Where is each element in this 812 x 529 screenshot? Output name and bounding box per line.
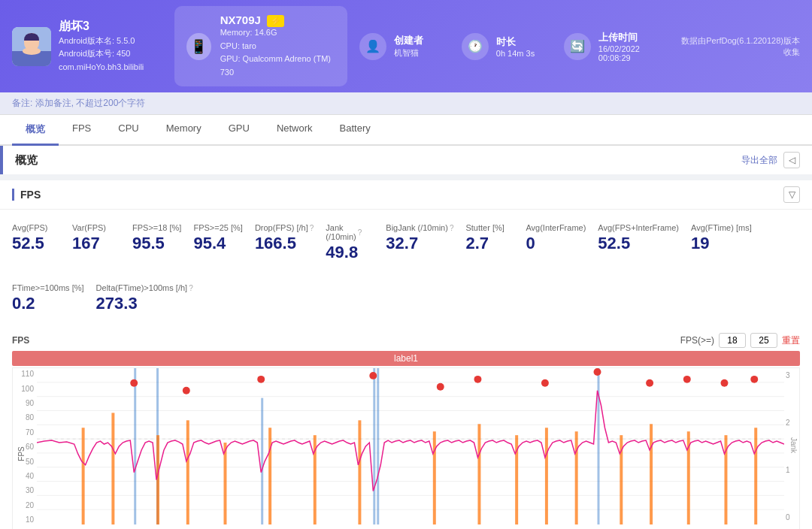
svg-rect-27 [268, 428, 271, 525]
jank-label-2: 2 [784, 419, 799, 427]
svg-point-48 [646, 379, 653, 387]
reset-button[interactable]: 重置 [782, 334, 800, 347]
y-label-70: 70 [13, 428, 37, 437]
fps-chart-area: 110 100 90 80 70 60 50 40 30 20 10 0 FPS [12, 367, 800, 529]
upload-stat: 🔄 上传时间 16/02/2022 00:08:29 [564, 31, 665, 62]
y-label-40: 40 [13, 472, 37, 480]
svg-rect-22 [82, 428, 85, 525]
svg-point-50 [721, 379, 729, 387]
metric-jank-value: 49.8 [326, 243, 358, 262]
tab-network[interactable]: Network [263, 115, 326, 146]
svg-rect-25 [186, 421, 189, 525]
upload-icon: 🔄 [564, 33, 591, 60]
fps-collapse-button[interactable]: ▽ [783, 186, 800, 203]
collapse-button[interactable]: ◁ [783, 152, 800, 168]
metric-var-fps-value: 167 [72, 234, 100, 253]
metric-bigjank-value: 32.7 [386, 234, 418, 253]
device-info: 📱 NX709J ⚡ Memory: 14.6G CPU: taro GPU: … [174, 6, 347, 86]
svg-rect-20 [377, 368, 379, 524]
app-package: com.miHoYo.bh3.bilibili [59, 61, 144, 74]
creator-details: 创建者 机智猫 [394, 34, 423, 59]
duration-stat: 🕐 时长 0h 14m 3s [462, 33, 552, 60]
svg-rect-36 [650, 425, 653, 525]
svg-point-51 [750, 376, 758, 383]
y-label-110: 110 [13, 370, 37, 378]
overview-section-header: 概览 导出全部 ◁ [0, 146, 812, 174]
metric-ftime100: FTime>=100ms [%] 0.2 [12, 279, 96, 318]
metric-fps25: FPS>=25 [%] 95.4 [193, 219, 254, 267]
metric-fps18: FPS>=18 [%] 95.5 [132, 219, 193, 267]
app-details: 崩坏3 Android版本名: 5.5.0 Android版本号: 450 co… [59, 19, 144, 74]
metric-avg-interframe-label: Avg(InterFrame) [526, 223, 586, 232]
svg-rect-34 [575, 432, 578, 525]
svg-rect-19 [373, 368, 375, 524]
tab-memory[interactable]: Memory [153, 115, 215, 146]
chart-controls: FPS FPS(>=) 重置 [12, 333, 800, 348]
export-button[interactable]: 导出全部 [741, 154, 777, 167]
metric-avg-fps-value: 52.5 [12, 234, 44, 253]
metric-avg-fps-interframe: Avg(FPS+InterFrame) 52.5 [598, 219, 691, 267]
metric-fps18-value: 95.5 [132, 234, 165, 253]
tab-fps[interactable]: FPS [59, 115, 105, 146]
chart-fps-label: FPS [12, 335, 29, 346]
metric-delta-ftime-value: 273.3 [96, 294, 138, 313]
device-details: NX709J ⚡ Memory: 14.6G CPU: taro GPU: Qu… [220, 14, 335, 79]
tab-overview[interactable]: 概览 [12, 115, 59, 146]
svg-point-49 [683, 376, 691, 383]
svg-point-45 [474, 376, 481, 383]
svg-point-47 [594, 368, 601, 376]
tab-cpu[interactable]: CPU [105, 115, 152, 146]
tab-gpu[interactable]: GPU [215, 115, 263, 146]
svg-rect-29 [358, 421, 361, 525]
svg-rect-39 [754, 428, 757, 525]
device-meta: Memory: 14.6G CPU: taro GPU: Qualcomm Ad… [220, 26, 335, 79]
svg-rect-31 [477, 425, 480, 525]
fps-chart-svg [37, 368, 784, 524]
fps-y-axis-title: FPS [17, 447, 26, 461]
device-name: NX709J ⚡ [220, 14, 335, 26]
svg-point-43 [369, 372, 377, 379]
metric-stutter: Stutter [%] 2.7 [465, 219, 526, 267]
metric-ftime100-value: 0.2 [12, 294, 35, 313]
y-label-30: 30 [13, 486, 37, 494]
device-badge: ⚡ [267, 15, 284, 27]
metric-avg-ftime-value: 19 [691, 234, 709, 253]
duration-details: 时长 0h 14m 3s [496, 35, 535, 58]
annotation-bar: 备注: 添加备注, 不超过200个字符 [0, 92, 812, 115]
fps-metrics-row2: FTime>=100ms [%] 0.2 Delta(FTime)>100ms … [0, 276, 812, 327]
metric-drop-fps-label: Drop(FPS) [/h] ? [255, 223, 314, 232]
metric-delta-ftime: Delta(FTime)>100ms [/h] ? 273.3 [96, 279, 205, 318]
metric-avg-ftime: Avg(FTime) [ms] 19 [691, 219, 764, 267]
android-version-name: Android版本名: 5.5.0 [59, 35, 144, 48]
metric-ftime100-label: FTime>=100ms [%] [12, 283, 84, 292]
fps-threshold-controls: FPS(>=) 重置 [680, 333, 800, 348]
upload-details: 上传时间 16/02/2022 00:08:29 [598, 31, 665, 62]
help-icon-delta[interactable]: ? [189, 284, 193, 292]
android-version-code: Android版本号: 450 [59, 47, 144, 61]
tab-battery[interactable]: Battery [326, 115, 384, 146]
metric-fps18-label: FPS>=18 [%] [132, 223, 181, 232]
metric-fps25-value: 95.4 [193, 234, 226, 253]
svg-point-41 [183, 387, 190, 394]
help-icon-jank[interactable]: ? [358, 228, 362, 237]
overview-title: 概览 [15, 153, 38, 168]
svg-point-4 [23, 47, 41, 55]
creator-stat: 👤 创建者 机智猫 [359, 33, 450, 60]
data-source: 数据由PerfDog(6.1.220128)版本收集 [677, 35, 800, 58]
metric-avg-fps-interframe-value: 52.5 [598, 234, 630, 253]
jank-axis-title: Jank [789, 437, 798, 453]
fps-threshold-18-input[interactable] [719, 333, 746, 348]
help-icon-drop[interactable]: ? [310, 224, 314, 232]
y-label-100: 100 [13, 385, 37, 393]
main-content: 概览 导出全部 ◁ FPS ▽ Avg(FPS) 52.5 Var(FPS) 1… [0, 146, 812, 529]
clock-icon: 🕐 [462, 33, 489, 60]
fps-card-title: FPS [12, 189, 41, 201]
svg-rect-30 [433, 432, 436, 525]
metric-jank-label: Jank(/10min) ? [326, 223, 362, 241]
svg-point-44 [437, 383, 444, 391]
help-icon-bigjank[interactable]: ? [450, 224, 454, 232]
fps-threshold-25-input[interactable] [750, 333, 777, 348]
metric-delta-ftime-label: Delta(FTime)>100ms [/h] ? [96, 283, 193, 292]
metric-var-fps-label: Var(FPS) [72, 223, 106, 232]
device-icon: 📱 [186, 33, 211, 60]
